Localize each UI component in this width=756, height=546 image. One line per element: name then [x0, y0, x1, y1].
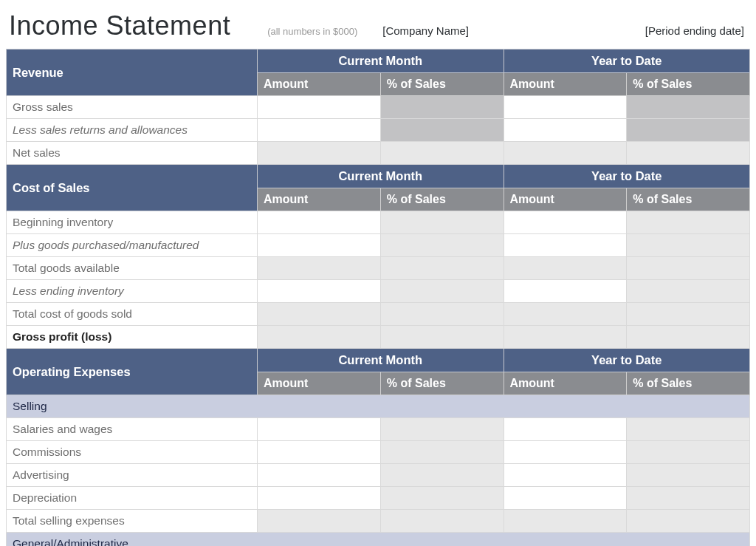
- row-net-sales: Net sales: [7, 142, 750, 165]
- row-total-cogs: Total cost of goods sold: [7, 303, 750, 326]
- cell-cm-amount: [258, 257, 381, 280]
- period-placeholder[interactable]: [Period ending date]: [645, 24, 744, 41]
- cell-ytd-pct: [627, 418, 750, 441]
- subhead-label: Selling: [7, 395, 750, 418]
- section-header-opex: Operating Expenses Current Month Year to…: [7, 349, 750, 372]
- col-pct: % of Sales: [627, 73, 750, 96]
- col-pct: % of Sales: [380, 372, 504, 395]
- cell-cm-amount[interactable]: [258, 96, 381, 119]
- cell-cm-pct: [380, 234, 504, 257]
- company-placeholder[interactable]: [Company Name]: [382, 24, 469, 41]
- col-amount: Amount: [504, 188, 627, 211]
- cell-ytd-amount: [504, 303, 627, 326]
- cell-cm-amount: [258, 142, 381, 165]
- row-label: Total goods available: [7, 257, 258, 280]
- row-salaries: Salaries and wages: [7, 418, 750, 441]
- col-group-current-month: Current Month: [258, 50, 504, 73]
- cell-ytd-pct: [627, 211, 750, 234]
- document-header: Income Statement (all numbers in $000) […: [6, 7, 750, 49]
- cell-ytd-pct: [627, 326, 750, 349]
- cell-cm-pct: [380, 280, 504, 303]
- cell-ytd-amount[interactable]: [504, 418, 627, 441]
- row-label: Less sales returns and allowances: [7, 119, 258, 142]
- cell-cm-amount[interactable]: [258, 441, 381, 464]
- cell-cm-pct: [380, 464, 504, 487]
- row-label: Total selling expenses: [7, 510, 258, 533]
- col-amount: Amount: [258, 188, 381, 211]
- cell-ytd-amount[interactable]: [504, 280, 627, 303]
- row-advertising: Advertising: [7, 464, 750, 487]
- col-pct: % of Sales: [380, 73, 504, 96]
- cell-ytd-amount[interactable]: [504, 119, 627, 142]
- cell-cm-amount: [258, 303, 381, 326]
- cell-ytd-amount: [504, 326, 627, 349]
- section-title: Cost of Sales: [7, 165, 258, 211]
- cell-cm-amount[interactable]: [258, 280, 381, 303]
- row-label: Plus goods purchased/manufactured: [7, 234, 258, 257]
- cell-cm-amount: [258, 326, 381, 349]
- cell-cm-pct: [380, 119, 504, 142]
- cell-ytd-pct: [627, 96, 750, 119]
- cell-cm-amount[interactable]: [258, 487, 381, 510]
- cell-ytd-amount[interactable]: [504, 441, 627, 464]
- cell-cm-amount[interactable]: [258, 418, 381, 441]
- cell-cm-pct: [380, 510, 504, 533]
- row-less-ending-inventory: Less ending inventory: [7, 280, 750, 303]
- cell-cm-pct: [380, 96, 504, 119]
- row-label: Depreciation: [7, 487, 258, 510]
- section-title: Operating Expenses: [7, 349, 258, 395]
- col-group-year-to-date: Year to Date: [504, 50, 750, 73]
- cell-ytd-pct: [627, 464, 750, 487]
- row-gross-sales: Gross sales: [7, 96, 750, 119]
- row-depreciation: Depreciation: [7, 487, 750, 510]
- row-label: Gross sales: [7, 96, 258, 119]
- cell-cm-pct: [380, 441, 504, 464]
- subhead-selling: Selling: [7, 395, 750, 418]
- col-group-current-month: Current Month: [258, 165, 504, 188]
- cell-ytd-amount[interactable]: [504, 211, 627, 234]
- cell-cm-amount[interactable]: [258, 119, 381, 142]
- cell-ytd-amount: [504, 257, 627, 280]
- cell-ytd-pct: [627, 303, 750, 326]
- cell-cm-pct: [380, 303, 504, 326]
- cell-ytd-amount[interactable]: [504, 234, 627, 257]
- row-gross-profit: Gross profit (loss): [7, 326, 750, 349]
- cell-ytd-pct: [627, 280, 750, 303]
- cell-cm-pct: [380, 326, 504, 349]
- subhead-label: General/Administrative: [7, 533, 750, 547]
- row-commissions: Commissions: [7, 441, 750, 464]
- col-group-year-to-date: Year to Date: [504, 165, 750, 188]
- row-beginning-inventory: Beginning inventory: [7, 211, 750, 234]
- cell-ytd-amount: [504, 142, 627, 165]
- section-header-revenue: Revenue Current Month Year to Date: [7, 50, 750, 73]
- col-group-year-to-date: Year to Date: [504, 349, 750, 372]
- section-title: Revenue: [7, 50, 258, 96]
- row-total-selling: Total selling expenses: [7, 510, 750, 533]
- subhead-ga: General/Administrative: [7, 533, 750, 547]
- cell-cm-amount[interactable]: [258, 464, 381, 487]
- cell-cm-pct: [380, 142, 504, 165]
- cell-cm-pct: [380, 418, 504, 441]
- cell-ytd-amount[interactable]: [504, 487, 627, 510]
- row-label: Beginning inventory: [7, 211, 258, 234]
- col-pct: % of Sales: [627, 188, 750, 211]
- row-label: Total cost of goods sold: [7, 303, 258, 326]
- row-label: Gross profit (loss): [7, 326, 258, 349]
- row-label: Less ending inventory: [7, 280, 258, 303]
- row-total-goods-available: Total goods available: [7, 257, 750, 280]
- row-label: Advertising: [7, 464, 258, 487]
- cell-cm-amount[interactable]: [258, 234, 381, 257]
- cell-ytd-pct: [627, 441, 750, 464]
- cell-cm-pct: [380, 487, 504, 510]
- col-group-current-month: Current Month: [258, 349, 504, 372]
- row-label: Commissions: [7, 441, 258, 464]
- col-amount: Amount: [504, 372, 627, 395]
- cell-ytd-amount[interactable]: [504, 96, 627, 119]
- col-amount: Amount: [504, 73, 627, 96]
- income-statement-table: Revenue Current Month Year to Date Amoun…: [6, 49, 750, 546]
- cell-ytd-pct: [627, 119, 750, 142]
- col-pct: % of Sales: [627, 372, 750, 395]
- cell-cm-amount: [258, 510, 381, 533]
- cell-cm-amount[interactable]: [258, 211, 381, 234]
- cell-ytd-amount[interactable]: [504, 464, 627, 487]
